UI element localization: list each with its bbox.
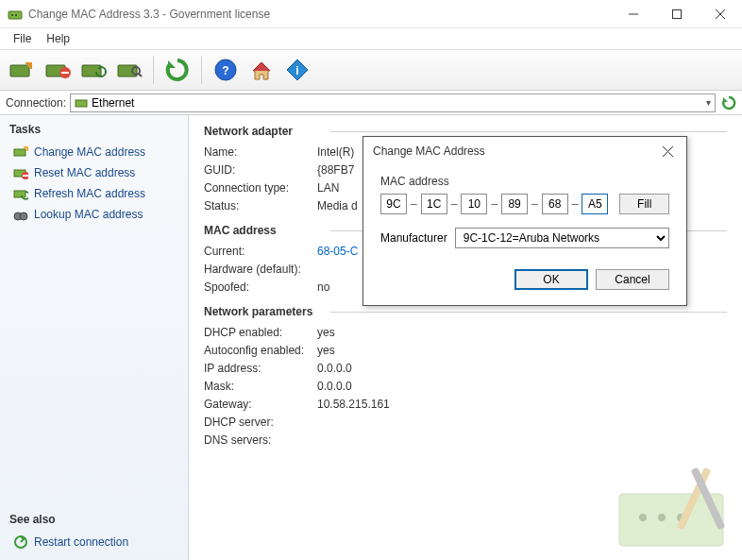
- task-restart-connection[interactable]: Restart connection: [9, 532, 178, 552]
- mask-label: Mask:: [204, 380, 317, 393]
- cancel-button[interactable]: Cancel: [596, 269, 669, 290]
- svg-rect-23: [14, 191, 25, 197]
- sidebar: Tasks Change MAC address Reset MAC addre…: [0, 115, 189, 560]
- gateway-label: Gateway:: [204, 398, 317, 411]
- minimize-button[interactable]: [612, 0, 655, 28]
- status-value: Media d: [317, 199, 358, 212]
- titlebar: Change MAC Address 3.3 - Government lice…: [0, 0, 742, 28]
- spoofed-value: no: [317, 280, 329, 294]
- svg-point-28: [639, 514, 647, 521]
- dialog-titlebar: Change MAC Address: [363, 137, 686, 165]
- connection-row: Connection: Ethernet ▾: [0, 91, 742, 115]
- task-lookup-mac[interactable]: Lookup MAC address: [9, 204, 178, 225]
- mac-address-label: MAC address: [380, 175, 669, 188]
- conn-type-label: Connection type:: [204, 181, 317, 195]
- maximize-button[interactable]: [655, 0, 699, 28]
- mac-octet-1[interactable]: [380, 194, 407, 214]
- name-value: Intel(R): [317, 145, 354, 159]
- svg-rect-18: [76, 100, 87, 107]
- guid-label: GUID:: [204, 163, 317, 177]
- menu-help[interactable]: Help: [39, 30, 77, 47]
- connection-value: Ethernet: [92, 96, 134, 110]
- mac-input-row: – – – – – Fill: [380, 194, 669, 214]
- autoconfig-value: yes: [317, 344, 335, 357]
- svg-rect-4: [673, 9, 682, 18]
- nic-icon: [75, 96, 88, 110]
- background-art: [610, 456, 742, 560]
- svg-point-2: [15, 14, 17, 16]
- app-icon: [8, 7, 23, 22]
- refresh-tool-button[interactable]: [161, 54, 194, 86]
- refresh-mac-tool-button[interactable]: [77, 54, 110, 86]
- nic-edit-icon: [13, 144, 28, 160]
- menu-file[interactable]: File: [6, 30, 39, 47]
- window-title: Change MAC Address 3.3 - Government lice…: [28, 8, 612, 21]
- info-tool-button[interactable]: i: [281, 54, 313, 86]
- svg-point-25: [20, 212, 27, 220]
- ok-button[interactable]: OK: [514, 269, 588, 290]
- tasks-header: Tasks: [9, 123, 178, 136]
- spoofed-label: Spoofed:: [204, 280, 317, 294]
- guid-value: {88FB7: [317, 163, 354, 177]
- menubar: File Help: [0, 28, 742, 49]
- task-label: Restart connection: [34, 535, 128, 549]
- mac-octet-4[interactable]: [501, 194, 528, 214]
- name-label: Name:: [204, 145, 317, 159]
- chevron-down-icon: ▾: [706, 97, 711, 108]
- ip-value: 0.0.0.0: [317, 362, 352, 375]
- svg-text:i: i: [295, 64, 298, 77]
- dns-label: DNS servers:: [204, 433, 317, 447]
- connection-label: Connection:: [6, 96, 66, 110]
- manufacturer-dropdown[interactable]: 9C-1C-12=Aruba Networks: [455, 228, 669, 248]
- reset-mac-tool-button[interactable]: [42, 54, 74, 86]
- toolbar-separator: [201, 56, 202, 84]
- task-label: Refresh MAC address: [34, 187, 145, 200]
- dhcp-server-label: DHCP server:: [204, 416, 317, 429]
- task-refresh-mac[interactable]: Refresh MAC address: [9, 183, 178, 204]
- mac-octet-6[interactable]: [582, 194, 608, 214]
- change-mac-dialog: Change MAC Address MAC address – – – – –…: [363, 136, 687, 306]
- current-value[interactable]: 68-05-C: [317, 245, 358, 258]
- mac-octet-3[interactable]: [461, 194, 487, 214]
- home-tool-button[interactable]: [245, 54, 278, 86]
- svg-rect-19: [14, 149, 25, 156]
- gateway-value: 10.58.215.161: [317, 398, 390, 411]
- task-change-mac[interactable]: Change MAC address: [9, 142, 178, 162]
- toolbar-separator: [153, 56, 154, 84]
- current-label: Current:: [204, 245, 317, 258]
- toolbar: ? i: [0, 49, 742, 91]
- status-label: Status:: [204, 199, 317, 212]
- nic-reset-icon: [13, 165, 28, 180]
- help-tool-button[interactable]: ?: [210, 54, 242, 86]
- mac-octet-5[interactable]: [542, 194, 568, 214]
- task-label: Change MAC address: [34, 145, 145, 159]
- connection-refresh-button[interactable]: [719, 93, 738, 112]
- change-mac-tool-button[interactable]: [6, 54, 38, 86]
- ip-label: IP address:: [204, 362, 317, 375]
- mac-octet-2[interactable]: [421, 194, 447, 214]
- dialog-title: Change MAC Address: [373, 144, 485, 158]
- lookup-mac-tool-button[interactable]: [113, 54, 145, 86]
- seealso-header: See also: [9, 513, 178, 526]
- svg-point-1: [11, 14, 13, 16]
- dialog-close-button[interactable]: [649, 137, 686, 165]
- fill-button[interactable]: Fill: [619, 194, 669, 214]
- svg-rect-22: [23, 175, 28, 177]
- manufacturer-label: Manufacturer: [380, 231, 447, 245]
- section-network-parameters: Network parameters: [204, 305, 727, 318]
- binoculars-icon: [13, 207, 28, 222]
- connection-dropdown[interactable]: Ethernet ▾: [70, 93, 716, 112]
- hardware-label: Hardware (default):: [204, 263, 317, 276]
- close-button[interactable]: [699, 0, 742, 28]
- task-reset-mac[interactable]: Reset MAC address: [9, 162, 178, 183]
- svg-point-29: [658, 514, 666, 521]
- mask-value: 0.0.0.0: [317, 380, 352, 393]
- conn-type-value: LAN: [317, 181, 339, 195]
- task-label: Reset MAC address: [34, 166, 135, 179]
- svg-text:?: ?: [222, 64, 228, 77]
- svg-rect-7: [10, 65, 29, 76]
- restart-icon: [13, 535, 28, 550]
- nic-refresh-icon: [13, 186, 28, 201]
- task-label: Lookup MAC address: [34, 208, 143, 221]
- svg-rect-10: [61, 72, 69, 74]
